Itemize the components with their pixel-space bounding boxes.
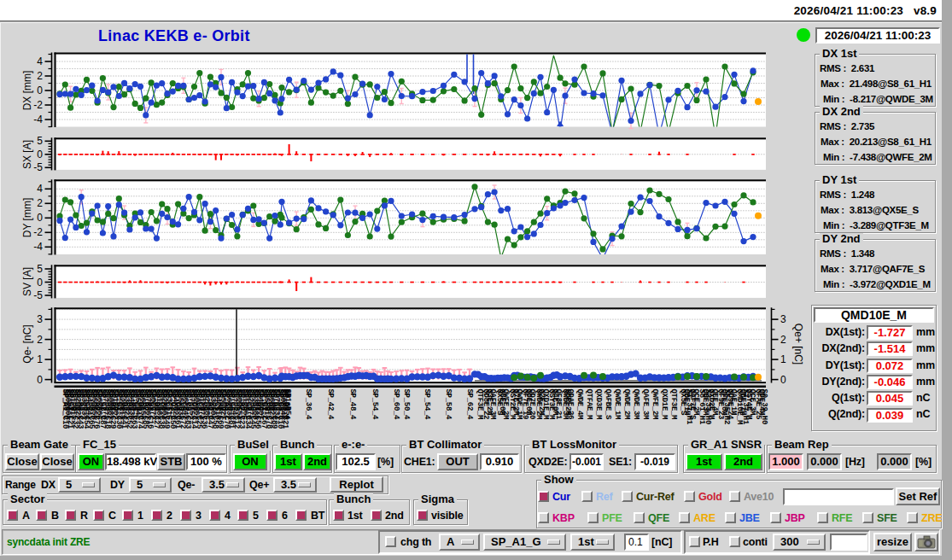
svg-text:SV [A]: SV [A]: [21, 267, 33, 296]
svg-text:QWDE_3M: QWDE_3M: [632, 389, 640, 420]
svg-text:Qe- [nC]: Qe- [nC]: [21, 324, 33, 363]
svg-text:SP_60_4: SP_60_4: [392, 389, 400, 421]
svg-text:4: 4: [37, 55, 43, 67]
svg-text:QTF3E_M: QTF3E_M: [669, 389, 678, 420]
svg-text:QAFE_3M: QAFE_3M: [641, 389, 650, 420]
svg-text:0: 0: [37, 212, 43, 224]
svg-text:SP_36_4: SP_36_4: [304, 389, 312, 421]
svg-text:SP_42_4: SP_42_4: [326, 389, 335, 421]
svg-text:-5: -5: [33, 161, 43, 173]
svg-text:1: 1: [780, 353, 786, 365]
svg-text:QWFE_2M: QWFE_2M: [651, 389, 659, 420]
svg-text:2: 2: [780, 334, 786, 346]
svg-text:SX [A]: SX [A]: [21, 140, 33, 169]
svg-text:0: 0: [37, 149, 43, 160]
svg-text:2: 2: [37, 197, 43, 209]
svg-text:5: 5: [37, 135, 43, 147]
svg-text:QXD3E_M: QXD3E_M: [594, 389, 603, 420]
svg-text:SP_58_4: SP_58_4: [444, 389, 453, 421]
svg-text:SP_62_4: SP_62_4: [465, 389, 474, 421]
svg-text:3: 3: [780, 313, 786, 325]
svg-text:QWDE_1M: QWDE_1M: [613, 389, 622, 420]
svg-text:0: 0: [780, 374, 786, 386]
svg-text:-4: -4: [33, 241, 43, 253]
svg-text:SP_50_4: SP_50_4: [402, 389, 411, 421]
svg-text:5: 5: [37, 263, 43, 275]
svg-text:1: 1: [37, 353, 43, 365]
svg-text:S0_39_H0: S0_39_H0: [760, 389, 768, 425]
svg-text:QWDE_2M: QWDE_2M: [622, 389, 631, 420]
svg-text:-5: -5: [33, 289, 43, 301]
svg-text:SP_48_4: SP_48_4: [348, 389, 357, 421]
svg-text:QXD1E_M: QXD1E_M: [660, 389, 669, 420]
svg-text:QDAE_26: QDAE_26: [566, 389, 575, 420]
svg-text:QAFBE_S: QAFBE_S: [604, 389, 612, 421]
svg-text:QWDE_4M: QWDE_4M: [575, 389, 584, 420]
svg-text:0: 0: [37, 277, 43, 289]
svg-text:SP_30_4: SP_30_4: [283, 389, 291, 421]
svg-text:3: 3: [37, 313, 43, 325]
svg-text:QTFAE_M: QTFAE_M: [585, 389, 593, 420]
svg-text:0: 0: [37, 85, 43, 96]
svg-text:4: 4: [37, 183, 43, 195]
svg-text:Qe+ [nC]: Qe+ [nC]: [792, 324, 804, 365]
svg-text:-2: -2: [33, 99, 43, 111]
svg-text:0: 0: [37, 374, 43, 386]
svg-text:2: 2: [37, 70, 43, 82]
svg-text:SP_54_4: SP_54_4: [423, 389, 431, 421]
svg-text:DY [mm]: DY [mm]: [21, 198, 33, 237]
svg-text:-4: -4: [33, 114, 43, 125]
svg-text:DX [mm]: DX [mm]: [21, 71, 33, 111]
svg-text:SP_54_4: SP_54_4: [371, 389, 379, 421]
svg-text:2: 2: [37, 334, 43, 346]
svg-text:-2: -2: [33, 226, 43, 238]
